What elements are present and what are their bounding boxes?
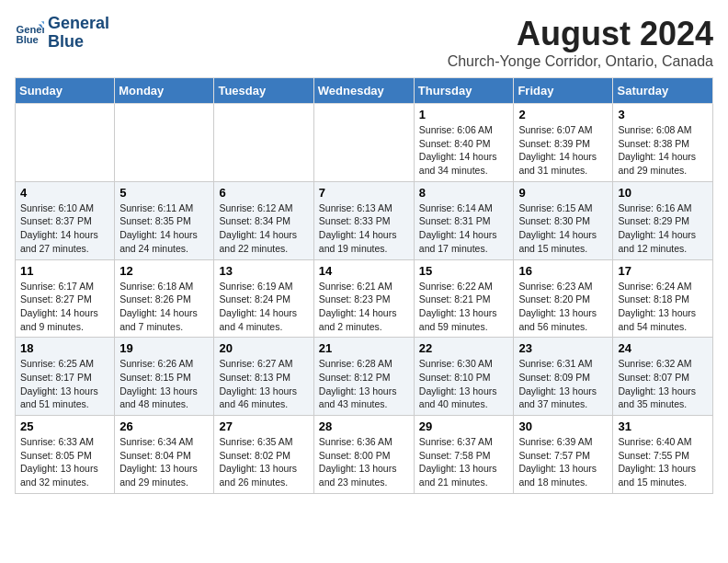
day-number: 21 [319, 341, 409, 355]
calendar-cell: 8Sunrise: 6:14 AM Sunset: 8:31 PM Daylig… [414, 181, 514, 259]
calendar-cell: 11Sunrise: 6:17 AM Sunset: 8:27 PM Dayli… [16, 259, 115, 338]
day-number: 31 [618, 419, 708, 433]
header-tuesday: Tuesday [214, 78, 313, 104]
calendar-week-4: 18Sunrise: 6:25 AM Sunset: 8:17 PM Dayli… [16, 338, 713, 416]
day-number: 19 [119, 341, 209, 355]
day-info: Sunrise: 6:16 AM Sunset: 8:29 PM Dayligh… [618, 201, 708, 256]
calendar-cell: 22Sunrise: 6:30 AM Sunset: 8:10 PM Dayli… [414, 338, 514, 416]
day-number: 30 [518, 419, 608, 433]
page-header: General Blue General Blue August 2024 Ch… [15, 15, 713, 70]
day-number: 23 [518, 341, 608, 355]
day-info: Sunrise: 6:22 AM Sunset: 8:21 PM Dayligh… [419, 280, 509, 334]
day-number: 7 [319, 186, 409, 200]
day-info: Sunrise: 6:37 AM Sunset: 7:58 PM Dayligh… [419, 435, 509, 489]
header-saturday: Saturday [613, 78, 713, 104]
calendar-cell: 13Sunrise: 6:19 AM Sunset: 8:24 PM Dayli… [214, 259, 313, 338]
day-number: 18 [20, 341, 109, 355]
day-info: Sunrise: 6:33 AM Sunset: 8:05 PM Dayligh… [20, 435, 109, 489]
calendar-cell: 29Sunrise: 6:37 AM Sunset: 7:58 PM Dayli… [414, 416, 514, 494]
day-info: Sunrise: 6:08 AM Sunset: 8:38 PM Dayligh… [618, 123, 708, 178]
header-friday: Friday [514, 78, 613, 104]
calendar-cell: 25Sunrise: 6:33 AM Sunset: 8:05 PM Dayli… [16, 416, 115, 494]
calendar-week-3: 11Sunrise: 6:17 AM Sunset: 8:27 PM Dayli… [16, 259, 713, 338]
calendar-cell: 12Sunrise: 6:18 AM Sunset: 8:26 PM Dayli… [115, 259, 214, 338]
day-number: 25 [20, 419, 109, 433]
calendar-cell: 10Sunrise: 6:16 AM Sunset: 8:29 PM Dayli… [613, 181, 713, 259]
calendar-cell: 6Sunrise: 6:12 AM Sunset: 8:34 PM Daylig… [214, 181, 313, 259]
day-number: 14 [319, 264, 409, 278]
header-thursday: Thursday [414, 78, 514, 104]
calendar-cell: 21Sunrise: 6:28 AM Sunset: 8:12 PM Dayli… [313, 338, 414, 416]
svg-text:Blue: Blue [17, 34, 39, 45]
day-info: Sunrise: 6:13 AM Sunset: 8:33 PM Dayligh… [319, 201, 409, 256]
day-number: 1 [419, 108, 509, 121]
calendar-cell: 17Sunrise: 6:24 AM Sunset: 8:18 PM Dayli… [613, 259, 713, 338]
day-number: 9 [518, 186, 608, 200]
day-number: 10 [618, 186, 708, 200]
day-info: Sunrise: 6:21 AM Sunset: 8:23 PM Dayligh… [319, 280, 409, 334]
calendar-cell: 16Sunrise: 6:23 AM Sunset: 8:20 PM Dayli… [514, 259, 613, 338]
day-number: 4 [20, 186, 109, 200]
day-number: 16 [518, 264, 608, 278]
title-block: August 2024 Church-Yonge Corridor, Ontar… [448, 15, 713, 70]
day-number: 27 [219, 419, 308, 433]
day-info: Sunrise: 6:24 AM Sunset: 8:18 PM Dayligh… [618, 280, 708, 334]
day-number: 12 [119, 264, 209, 278]
day-number: 17 [618, 264, 708, 278]
calendar-cell [16, 104, 115, 182]
calendar-cell: 19Sunrise: 6:26 AM Sunset: 8:15 PM Dayli… [115, 338, 214, 416]
calendar-cell: 20Sunrise: 6:27 AM Sunset: 8:13 PM Dayli… [214, 338, 313, 416]
day-number: 24 [618, 341, 708, 355]
day-info: Sunrise: 6:36 AM Sunset: 8:00 PM Dayligh… [319, 435, 409, 489]
calendar-cell: 24Sunrise: 6:32 AM Sunset: 8:07 PM Dayli… [613, 338, 713, 416]
logo: General Blue General Blue [15, 15, 109, 52]
day-number: 20 [219, 341, 308, 355]
calendar-cell: 7Sunrise: 6:13 AM Sunset: 8:33 PM Daylig… [313, 181, 414, 259]
day-info: Sunrise: 6:28 AM Sunset: 8:12 PM Dayligh… [319, 357, 409, 411]
day-number: 29 [419, 419, 509, 433]
calendar-table: Sunday Monday Tuesday Wednesday Thursday… [15, 77, 713, 494]
header-wednesday: Wednesday [313, 78, 414, 104]
day-info: Sunrise: 6:19 AM Sunset: 8:24 PM Dayligh… [219, 280, 308, 334]
calendar-cell: 27Sunrise: 6:35 AM Sunset: 8:02 PM Dayli… [214, 416, 313, 494]
logo-icon: General Blue [15, 18, 44, 48]
day-info: Sunrise: 6:39 AM Sunset: 7:57 PM Dayligh… [518, 435, 608, 489]
day-info: Sunrise: 6:26 AM Sunset: 8:15 PM Dayligh… [119, 357, 209, 411]
day-info: Sunrise: 6:23 AM Sunset: 8:20 PM Dayligh… [518, 280, 608, 334]
calendar-cell: 2Sunrise: 6:07 AM Sunset: 8:39 PM Daylig… [514, 104, 613, 182]
day-info: Sunrise: 6:34 AM Sunset: 8:04 PM Dayligh… [119, 435, 209, 489]
day-info: Sunrise: 6:25 AM Sunset: 8:17 PM Dayligh… [20, 357, 109, 411]
calendar-week-1: 1Sunrise: 6:06 AM Sunset: 8:40 PM Daylig… [16, 104, 713, 182]
calendar-week-2: 4Sunrise: 6:10 AM Sunset: 8:37 PM Daylig… [16, 181, 713, 259]
calendar-cell: 23Sunrise: 6:31 AM Sunset: 8:09 PM Dayli… [514, 338, 613, 416]
calendar-cell: 5Sunrise: 6:11 AM Sunset: 8:35 PM Daylig… [115, 181, 214, 259]
day-info: Sunrise: 6:32 AM Sunset: 8:07 PM Dayligh… [618, 357, 708, 411]
calendar-cell: 15Sunrise: 6:22 AM Sunset: 8:21 PM Dayli… [414, 259, 514, 338]
day-info: Sunrise: 6:14 AM Sunset: 8:31 PM Dayligh… [419, 201, 509, 256]
calendar-cell [214, 104, 313, 182]
logo-text: General Blue [48, 15, 109, 52]
day-info: Sunrise: 6:40 AM Sunset: 7:55 PM Dayligh… [618, 435, 708, 489]
calendar-cell [115, 104, 214, 182]
calendar-body: 1Sunrise: 6:06 AM Sunset: 8:40 PM Daylig… [16, 104, 713, 494]
day-info: Sunrise: 6:31 AM Sunset: 8:09 PM Dayligh… [518, 357, 608, 411]
day-number: 22 [419, 341, 509, 355]
day-number: 3 [618, 108, 708, 121]
calendar-header: Sunday Monday Tuesday Wednesday Thursday… [16, 78, 713, 104]
day-number: 28 [319, 419, 409, 433]
calendar-cell: 30Sunrise: 6:39 AM Sunset: 7:57 PM Dayli… [514, 416, 613, 494]
calendar-cell: 1Sunrise: 6:06 AM Sunset: 8:40 PM Daylig… [414, 104, 514, 182]
calendar-cell: 9Sunrise: 6:15 AM Sunset: 8:30 PM Daylig… [514, 181, 613, 259]
header-row: Sunday Monday Tuesday Wednesday Thursday… [16, 78, 713, 104]
day-number: 13 [219, 264, 308, 278]
day-info: Sunrise: 6:10 AM Sunset: 8:37 PM Dayligh… [20, 201, 109, 256]
day-info: Sunrise: 6:18 AM Sunset: 8:26 PM Dayligh… [119, 280, 209, 334]
calendar-cell: 28Sunrise: 6:36 AM Sunset: 8:00 PM Dayli… [313, 416, 414, 494]
calendar-cell: 18Sunrise: 6:25 AM Sunset: 8:17 PM Dayli… [16, 338, 115, 416]
day-info: Sunrise: 6:11 AM Sunset: 8:35 PM Dayligh… [119, 201, 209, 256]
day-info: Sunrise: 6:17 AM Sunset: 8:27 PM Dayligh… [20, 280, 109, 334]
day-number: 26 [119, 419, 209, 433]
day-info: Sunrise: 6:30 AM Sunset: 8:10 PM Dayligh… [419, 357, 509, 411]
page-title: August 2024 [448, 15, 713, 53]
calendar-cell: 3Sunrise: 6:08 AM Sunset: 8:38 PM Daylig… [613, 104, 713, 182]
